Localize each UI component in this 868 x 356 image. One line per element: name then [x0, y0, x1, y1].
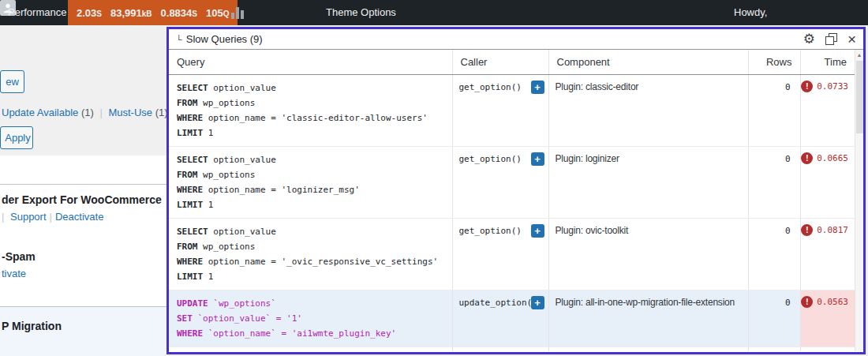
sql-line: SELECT option_value: [177, 152, 444, 167]
filter-link[interactable]: Update Available: [2, 107, 78, 118]
time-cell: !0.0696: [800, 347, 855, 351]
plugin-action-link[interactable]: Deactivate: [55, 211, 103, 223]
admin-bar-performance[interactable]: Performance: [8, 0, 66, 25]
column-header-time: Time: [800, 50, 855, 74]
rows-count-cell: 0: [748, 146, 800, 218]
time-cell: !0.0563: [800, 290, 855, 347]
query-row: UPDATE `wp_options`SET `option_value` = …: [169, 290, 855, 347]
expand-caller-button[interactable]: +: [531, 152, 544, 166]
expand-caller-button[interactable]: +: [531, 224, 544, 238]
plugin-status-filters: Update Available (1) | Must-Use (1): [2, 107, 168, 118]
time-cell: !0.0817: [800, 218, 855, 290]
time-cell: !0.0665: [800, 146, 855, 218]
qm-stat: 83,991kB: [110, 7, 152, 19]
scroll-up-icon[interactable]: ▲: [855, 50, 863, 58]
sql-line: WHERE option_name = 'loginizer_msg': [177, 182, 444, 197]
column-header-rows: Rows: [748, 50, 800, 74]
filter-count: (1): [152, 107, 168, 118]
sql-line: LIMIT 1: [177, 197, 444, 212]
plugin-title: -Spam: [2, 250, 36, 263]
component-cell: Plugin: ovic-toolkit: [548, 218, 748, 290]
sql-line: WHERE option_name = 'classic-editor-allo…: [177, 111, 444, 126]
sql-line: SELECT option_value: [177, 224, 444, 239]
panel-title: Slow Queries (9): [186, 33, 263, 45]
panel-toolbar: ⚙ ×: [803, 32, 856, 47]
query-sql-cell: UPDATE `wp_options`SET `option_value` = …: [169, 290, 452, 347]
query-row: SELECT option_valueget_option()+Plugin: …: [169, 347, 855, 351]
query-monitor-panel: └ Slow Queries (9) ⚙ × Query: [166, 27, 866, 354]
plugin-title: P Migration: [2, 320, 62, 332]
query-monitor-stats[interactable]: 2.03S83,991kB0.8834S105Q: [68, 0, 238, 25]
apply-button[interactable]: Apply: [0, 126, 33, 149]
plugin-action-link[interactable]: tivate: [2, 268, 26, 279]
query-time: 0.0563: [817, 297, 848, 307]
query-row: SELECT option_valueFROM wp_optionsWHERE …: [169, 74, 855, 146]
close-icon[interactable]: ×: [847, 32, 856, 47]
column-header-query: Query: [169, 50, 452, 74]
query-row: SELECT option_valueFROM wp_optionsWHERE …: [169, 146, 855, 218]
column-header-caller: Caller: [452, 50, 548, 74]
caller-cell: get_option()+: [452, 347, 548, 351]
slow-queries-table: Query Caller Component Rows Time SELECT …: [169, 50, 855, 351]
filter-link[interactable]: Must-Use: [108, 107, 152, 118]
filter-separator: |: [94, 107, 109, 118]
query-sql-cell: SELECT option_valueFROM wp_optionsWHERE …: [169, 74, 452, 146]
add-new-button[interactable]: ew: [0, 70, 24, 93]
plugin-action-link[interactable]: Support: [10, 211, 47, 223]
plugin-action-links: | Support|Deactivate: [2, 211, 103, 223]
sql-line: FROM wp_options: [177, 167, 444, 182]
link-separator: |: [2, 211, 10, 223]
expand-caller-button[interactable]: +: [531, 296, 544, 309]
rows-count-cell: 0: [748, 290, 800, 347]
slow-query-warning-icon: !: [801, 296, 813, 308]
admin-bar: Performance 2.03S83,991kB0.8834S105Q The…: [0, 0, 868, 25]
component-cell: Plugin: all-in-one-wp-migration-file-ext…: [548, 290, 748, 347]
qm-stat: 0.8834S: [161, 7, 197, 19]
slow-query-warning-icon: !: [801, 152, 813, 164]
component-cell: Plugin: classic-editor: [548, 74, 748, 146]
component-cell: Plugin: js_composer: [548, 347, 748, 351]
slow-query-warning-icon: !: [801, 224, 813, 236]
row-divider: [0, 306, 166, 307]
collapse-glyph-icon: └: [176, 35, 182, 44]
table-header-row: Query Caller Component Rows Time: [169, 50, 855, 74]
rows-count-cell: 0: [748, 74, 800, 146]
caller-cell: get_option()+: [452, 74, 548, 146]
plugin-action-links: tivate: [2, 268, 26, 279]
scrollbar-thumb[interactable]: [856, 61, 863, 133]
expand-caller-button[interactable]: +: [531, 81, 544, 94]
query-time: 0.0733: [817, 81, 848, 92]
qm-stat: 2.03S: [77, 7, 102, 19]
sql-line: FROM wp_options: [177, 239, 444, 254]
sql-line: WHERE option_name = '_ovic_responsive_vc…: [177, 254, 444, 269]
query-time: 0.0817: [817, 225, 848, 235]
query-sql-cell: SELECT option_valueFROM wp_optionsWHERE …: [169, 218, 452, 290]
sql-line: LIMIT 1: [177, 126, 444, 141]
sql-line: UPDATE `wp_options`: [177, 296, 444, 311]
sql-line: WHERE `option_name` = 'ai1wmte_plugin_ke…: [177, 326, 444, 341]
column-header-component: Component: [548, 50, 748, 74]
caller-function: get_option(): [453, 347, 548, 352]
sql-line: SET `option_value` = '1': [177, 311, 444, 326]
component-cell: Plugin: loginizer: [548, 146, 748, 218]
qm-stat: 105Q: [206, 7, 229, 19]
time-cell: !0.0733: [800, 74, 855, 146]
query-sql-cell: SELECT option_value: [169, 347, 452, 351]
rows-count-cell: 0: [748, 347, 800, 351]
panel-body: Query Caller Component Rows Time SELECT …: [169, 50, 863, 351]
settings-gear-icon[interactable]: ⚙: [803, 32, 815, 46]
popout-icon[interactable]: [825, 33, 837, 45]
row-divider: [0, 184, 166, 185]
vertical-scrollbar[interactable]: ▲: [855, 50, 863, 351]
sql-line: SELECT option_value: [177, 81, 444, 96]
filter-count: (1): [78, 107, 94, 118]
query-row: SELECT option_valueFROM wp_optionsWHERE …: [169, 218, 855, 290]
bar-chart-icon[interactable]: [231, 6, 244, 19]
admin-bar-theme-options[interactable]: Theme Options: [326, 0, 396, 25]
rows-count-cell: 0: [748, 218, 800, 290]
slow-query-warning-icon: !: [801, 81, 813, 92]
query-sql-cell: SELECT option_valueFROM wp_optionsWHERE …: [169, 146, 452, 218]
query-time: 0.0665: [817, 153, 848, 163]
admin-bar-howdy[interactable]: Howdy,: [734, 0, 767, 25]
caller-cell: get_option()+: [452, 146, 548, 218]
